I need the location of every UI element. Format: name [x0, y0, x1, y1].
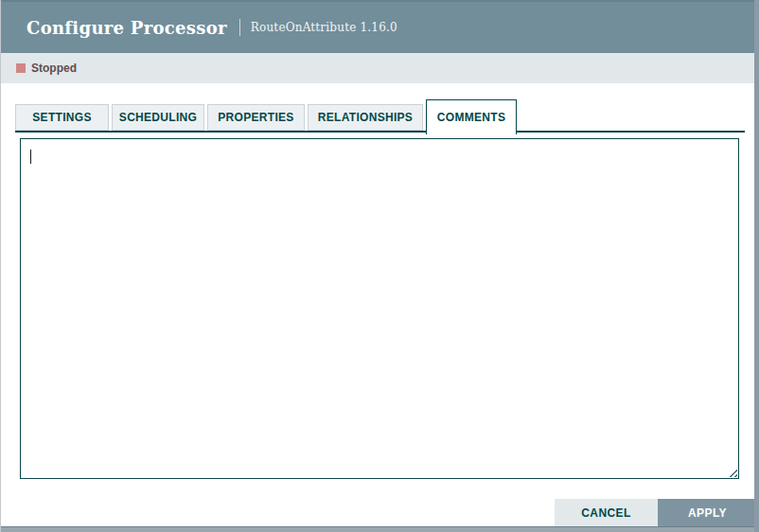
tab-properties-label: PROPERTIES [218, 111, 293, 124]
cancel-button[interactable]: CANCEL [555, 499, 658, 527]
configure-processor-dialog: Configure Processor RouteOnAttribute 1.1… [0, 0, 759, 532]
canvas-bottom-strip [0, 526, 759, 532]
tab-relationships[interactable]: RELATIONSHIPS [308, 104, 423, 131]
canvas-right-strip [754, 0, 759, 532]
processor-type-version: RouteOnAttribute 1.16.0 [251, 21, 397, 34]
tab-comments-label: COMMENTS [437, 111, 505, 124]
dialog-top-edge [0, 0, 759, 2]
tab-relationships-label: RELATIONSHIPS [318, 111, 413, 124]
comments-textarea[interactable] [20, 138, 739, 479]
status-label: Stopped [31, 62, 77, 75]
comments-panel [20, 138, 739, 479]
tab-properties[interactable]: PROPERTIES [207, 104, 305, 131]
dialog-title: Configure Processor [26, 18, 227, 38]
dialog-tabbar: SETTINGS SCHEDULING PROPERTIES RELATIONS… [15, 98, 745, 133]
tab-settings-label: SETTINGS [32, 111, 91, 124]
tab-comments[interactable]: COMMENTS [426, 99, 517, 134]
title-separator [239, 19, 240, 36]
dialog-header: Configure Processor RouteOnAttribute 1.1… [1, 2, 754, 53]
tab-scheduling[interactable]: SCHEDULING [112, 104, 204, 131]
stopped-status-icon [16, 63, 26, 73]
tab-scheduling-label: SCHEDULING [119, 111, 197, 124]
processor-status-bar: Stopped [1, 53, 754, 83]
tab-settings[interactable]: SETTINGS [15, 104, 109, 131]
apply-button[interactable]: APPLY [658, 499, 757, 527]
dialog-left-edge [0, 0, 1, 532]
